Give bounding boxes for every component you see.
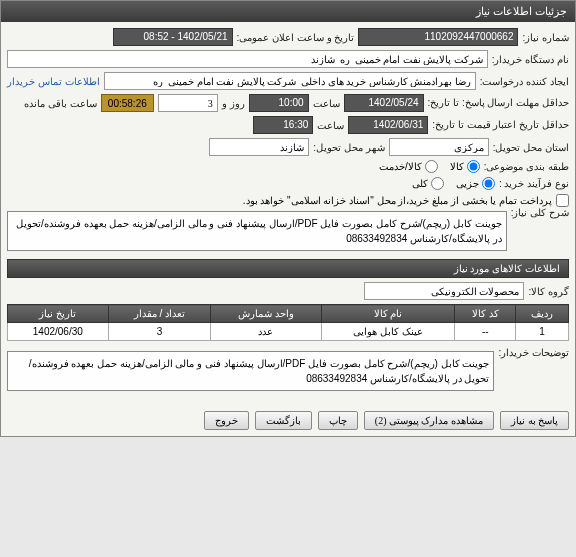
delivery-city-input[interactable] (209, 138, 309, 156)
items-table: ردیف کد کالا نام کالا واحد شمارش تعداد /… (7, 304, 569, 341)
items-section-header: اطلاعات کالاهای مورد نیاز (7, 259, 569, 278)
attachments-button[interactable]: مشاهده مدارک پیوستی (2) (364, 411, 494, 430)
remaining-label: ساعت باقی مانده (24, 98, 97, 109)
th-name: نام کالا (321, 305, 455, 323)
th-idx: ردیف (516, 305, 569, 323)
exit-button[interactable]: خروج (204, 411, 249, 430)
details-window: جزئیات اطلاعات نیاز شماره نیاز: 11020924… (0, 0, 576, 437)
process-radio-group: جزیی کلی (412, 177, 495, 190)
buyer-notes-box: جوینت کابل (ریچم)/شرح کامل بصورت فایل PD… (7, 351, 494, 391)
th-unit: واحد شمارش (211, 305, 321, 323)
back-button[interactable]: بازگشت (255, 411, 312, 430)
print-button[interactable]: چاپ (318, 411, 358, 430)
deadline-time: 10:00 (249, 94, 309, 112)
cell-date: 1402/06/30 (8, 323, 109, 341)
announce-label: تاریخ و ساعت اعلان عمومی: (237, 32, 355, 43)
buyer-notes-label: توضیحات خریدار: (498, 347, 569, 358)
th-code: کد کالا (455, 305, 516, 323)
radio-full-input[interactable] (431, 177, 444, 190)
table-row[interactable]: 1 -- عینک کابل هوایی عدد 3 1402/06/30 (8, 323, 569, 341)
treasury-checkbox[interactable] (556, 194, 569, 207)
radio-full[interactable]: کلی (412, 177, 444, 190)
cell-qty: 3 (108, 323, 211, 341)
radio-service[interactable]: کالا/خدمت (379, 160, 438, 173)
subject-label: شرح کلی نیاز: (511, 207, 569, 218)
group-input[interactable] (364, 282, 524, 300)
buyer-label: نام دستگاه خریدار: (492, 54, 569, 65)
radio-full-label: کلی (412, 178, 428, 189)
creator-input[interactable] (104, 72, 476, 90)
announce-value: 1402/05/21 - 08:52 (113, 28, 233, 46)
packing-radio-group: کالا کالا/خدمت (379, 160, 480, 173)
th-date: تاریخ نیاز (8, 305, 109, 323)
radio-service-label: کالا/خدمت (379, 161, 422, 172)
time-label-1: ساعت (313, 98, 340, 109)
validity-label: حداقل تاریخ اعتبار قیمت تا تاریخ: (432, 119, 569, 131)
packing-label: طبقه بندی موضوعی: (484, 161, 569, 172)
validity-time: 16:30 (253, 116, 313, 134)
contact-link[interactable]: اطلاعات تماس خریدار (7, 76, 100, 87)
radio-partial[interactable]: جزیی (456, 177, 495, 190)
deadline-label: حداقل مهلت ارسال پاسخ: تا تاریخ: (428, 97, 569, 109)
form-content: شماره نیاز: 1102092447000662 تاریخ و ساع… (1, 22, 575, 405)
time-label-2: ساعت (317, 120, 344, 131)
window-title: جزئیات اطلاعات نیاز (1, 1, 575, 22)
button-bar: پاسخ به نیاز مشاهده مدارک پیوستی (2) چاپ… (1, 405, 575, 436)
respond-button[interactable]: پاسخ به نیاز (500, 411, 569, 430)
deadline-date: 1402/05/24 (344, 94, 424, 112)
delivery-city-label: شهر محل تحویل: (313, 142, 384, 153)
countdown-timer: 00:58:26 (101, 94, 154, 112)
cell-name: عینک کابل هوایی (321, 323, 455, 341)
radio-partial-label: جزیی (456, 178, 479, 189)
radio-partial-input[interactable] (482, 177, 495, 190)
days-input[interactable] (158, 94, 218, 112)
day-label: روز و (222, 98, 245, 109)
cell-idx: 1 (516, 323, 569, 341)
treasury-note: پرداخت تمام یا بخشی از مبلغ خرید،از محل … (243, 195, 552, 206)
delivery-state-input[interactable] (389, 138, 489, 156)
buyer-input[interactable] (7, 50, 488, 68)
treasury-checkbox-row: پرداخت تمام یا بخشی از مبلغ خرید،از محل … (7, 194, 569, 207)
need-number-value: 1102092447000662 (358, 28, 518, 46)
need-number-label: شماره نیاز: (522, 32, 569, 43)
creator-label: ایجاد کننده درخواست: (480, 76, 569, 87)
table-header-row: ردیف کد کالا نام کالا واحد شمارش تعداد /… (8, 305, 569, 323)
radio-goods[interactable]: کالا (450, 160, 480, 173)
subject-box: جوینت کابل (ریچم)/شرح کامل بصورت فایل PD… (7, 211, 507, 251)
validity-date: 1402/06/31 (348, 116, 428, 134)
radio-goods-input[interactable] (467, 160, 480, 173)
radio-service-input[interactable] (425, 160, 438, 173)
cell-unit: عدد (211, 323, 321, 341)
process-label: نوع فرآیند خرید : (499, 178, 569, 189)
radio-goods-label: کالا (450, 161, 464, 172)
cell-code: -- (455, 323, 516, 341)
th-qty: تعداد / مقدار (108, 305, 211, 323)
group-label: گروه کالا: (528, 286, 569, 297)
delivery-state-label: استان محل تحویل: (493, 142, 569, 153)
